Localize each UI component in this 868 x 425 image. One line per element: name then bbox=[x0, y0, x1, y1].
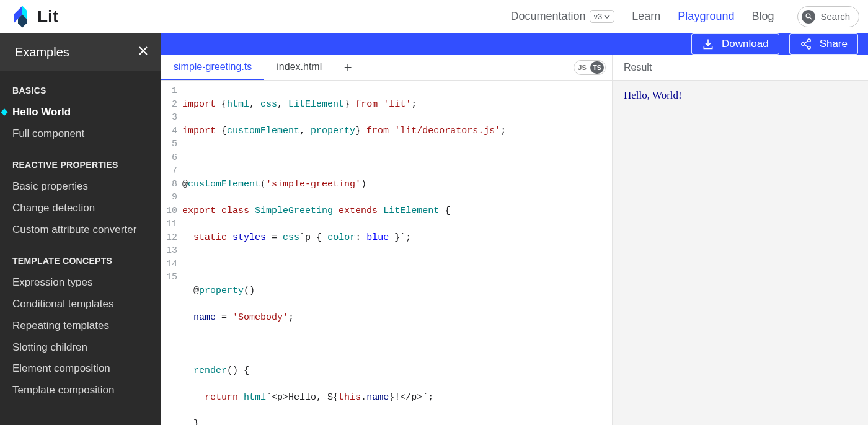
lang-js[interactable]: JS bbox=[575, 61, 589, 74]
sidebar-item[interactable]: Full component bbox=[0, 123, 161, 145]
sidebar-item-label: Change detection bbox=[12, 202, 95, 214]
sidebar-item[interactable]: Conditional templates bbox=[0, 294, 161, 315]
playground-toolbar: Download Share bbox=[161, 33, 868, 55]
code-editor[interactable]: 123456789101112131415 import {html, css,… bbox=[161, 81, 612, 425]
line-gutter: 123456789101112131415 bbox=[161, 84, 182, 425]
sidebar-group-title: TEMPLATE CONCEPTS bbox=[0, 241, 161, 272]
sidebar-item-label: Conditional templates bbox=[12, 298, 113, 310]
search-button[interactable]: Search bbox=[797, 6, 859, 27]
close-icon[interactable] bbox=[138, 45, 149, 59]
svg-line-5 bbox=[804, 41, 808, 43]
examples-sidebar: Examples BASICSHello WorldFull component… bbox=[0, 33, 161, 425]
version-label: v3 bbox=[594, 12, 603, 21]
tab-simple-greeting[interactable]: simple-greeting.ts bbox=[161, 55, 264, 80]
version-select[interactable]: v3 bbox=[590, 10, 615, 23]
chevron-down-icon bbox=[604, 14, 610, 20]
logo-wrap[interactable]: Lit bbox=[14, 6, 58, 28]
sidebar-item-label: Full component bbox=[12, 128, 84, 139]
download-icon bbox=[702, 38, 714, 50]
add-file-button[interactable]: + bbox=[334, 55, 361, 80]
search-icon bbox=[802, 10, 815, 24]
share-button[interactable]: Share bbox=[789, 33, 858, 55]
sidebar-item[interactable]: Change detection bbox=[0, 198, 161, 219]
editor-panel: simple-greeting.ts index.html + JS TS 12… bbox=[161, 55, 613, 425]
plus-icon: + bbox=[344, 59, 352, 76]
sidebar-item[interactable]: Custom attribute converter bbox=[0, 219, 161, 241]
svg-line-1 bbox=[810, 17, 812, 19]
sidebar-item-label: Template composition bbox=[12, 384, 114, 396]
nav-blog[interactable]: Blog bbox=[751, 10, 774, 23]
result-output: Hello, World! bbox=[613, 81, 868, 425]
sidebar-item-label: Element composition bbox=[12, 362, 110, 374]
lit-logo-icon bbox=[14, 6, 31, 28]
sidebar-item[interactable]: Basic properties bbox=[0, 176, 161, 198]
sidebar-item-label: Hello World bbox=[12, 106, 71, 118]
result-title: Result bbox=[613, 55, 868, 81]
search-label: Search bbox=[820, 11, 850, 22]
app-header: Lit Documentation v3 Learn Playground Bl… bbox=[0, 0, 868, 33]
nav-documentation[interactable]: Documentation v3 bbox=[511, 10, 615, 23]
svg-line-6 bbox=[804, 45, 808, 47]
sidebar-title: Examples bbox=[15, 45, 69, 59]
sidebar-item[interactable]: Repeating templates bbox=[0, 315, 161, 337]
share-label: Share bbox=[820, 38, 848, 50]
sidebar-item-label: Slotting children bbox=[12, 341, 87, 353]
sidebar-header: Examples bbox=[0, 33, 161, 71]
active-marker-icon bbox=[1, 109, 7, 116]
file-tabs: simple-greeting.ts index.html + JS TS bbox=[161, 55, 612, 81]
top-nav: Documentation v3 Learn Playground Blog S… bbox=[511, 6, 860, 27]
brand-name: Lit bbox=[37, 7, 58, 27]
download-label: Download bbox=[722, 38, 769, 50]
result-panel: Result Hello, World! bbox=[613, 55, 868, 425]
code-content: import {html, css, LitElement} from 'lit… bbox=[182, 84, 612, 425]
sidebar-item[interactable]: Template composition bbox=[0, 380, 161, 401]
share-icon bbox=[800, 38, 812, 50]
sidebar-item[interactable]: Slotting children bbox=[0, 337, 161, 359]
tab-index-html[interactable]: index.html bbox=[264, 55, 334, 80]
language-toggle[interactable]: JS TS bbox=[574, 60, 606, 75]
sidebar-item-label: Basic properties bbox=[12, 180, 88, 192]
sidebar-group-title: BASICS bbox=[0, 71, 161, 102]
lang-ts[interactable]: TS bbox=[590, 61, 604, 74]
sidebar-item-label: Expression types bbox=[12, 276, 92, 288]
svg-point-0 bbox=[806, 14, 810, 18]
sidebar-item-label: Repeating templates bbox=[12, 320, 109, 331]
sidebar-item[interactable]: Element composition bbox=[0, 358, 161, 380]
sidebar-item[interactable]: Expression types bbox=[0, 272, 161, 294]
sidebar-item-label: Custom attribute converter bbox=[12, 224, 136, 235]
sidebar-item[interactable]: Hello World bbox=[0, 102, 161, 123]
sidebar-group-title: REACTIVE PROPERTIES bbox=[0, 145, 161, 176]
nav-playground[interactable]: Playground bbox=[678, 10, 734, 23]
nav-learn[interactable]: Learn bbox=[632, 10, 660, 23]
download-button[interactable]: Download bbox=[691, 33, 779, 55]
nav-documentation-label: Documentation bbox=[511, 10, 586, 23]
